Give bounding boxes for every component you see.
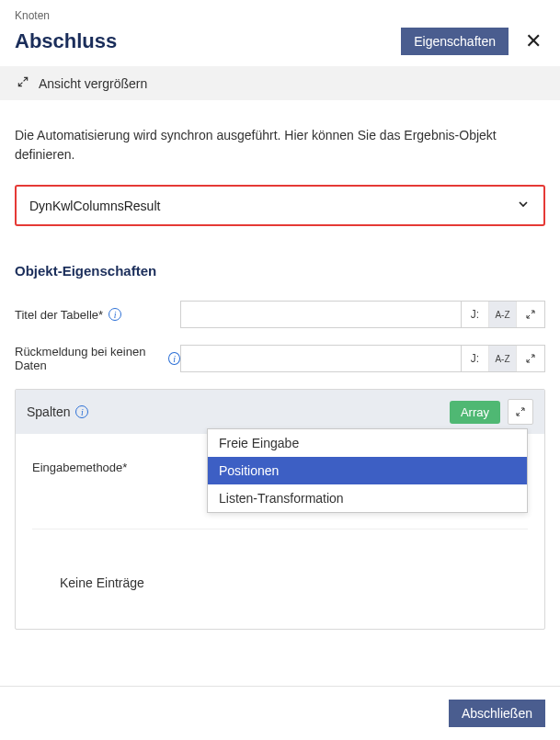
columns-body: Eingabemethode* Positionen Freie Eingabe… [16, 434, 544, 629]
table-title-label: Titel der Tabelle* i [15, 308, 180, 322]
finish-button[interactable]: Abschließen [449, 700, 545, 727]
no-data-feedback-input[interactable] [180, 345, 462, 372]
input-method-label: Eingabemethode* [32, 461, 207, 474]
columns-header: Spalten i Array [16, 390, 544, 434]
result-object-value: DynKwlColumnsResult [29, 199, 160, 213]
array-badge[interactable]: Array [450, 401, 500, 424]
expand-field-icon[interactable] [517, 346, 544, 371]
page-title: Abschluss [15, 29, 117, 53]
info-icon[interactable]: i [75, 405, 88, 418]
expand-view-bar[interactable]: Ansicht vergrößern [0, 66, 560, 100]
content: Die Automatisierung wird synchron ausgef… [0, 100, 560, 644]
description-text: Die Automatisierung wird synchron ausgef… [15, 126, 545, 165]
az-toggle[interactable]: A-Z [489, 302, 517, 327]
header: Knoten Abschluss Eigenschaften ✕ [0, 0, 560, 66]
title-row: Abschluss Eigenschaften ✕ [15, 28, 545, 55]
az-toggle[interactable]: A-Z [489, 346, 517, 371]
dropdown-option-positions[interactable]: Positionen [208, 457, 527, 484]
no-data-feedback-row: Rückmeldung bei keinen Daten i J: A-Z [15, 345, 545, 372]
breadcrumb: Knoten [15, 9, 545, 22]
expand-columns-icon[interactable] [508, 399, 533, 425]
columns-panel: Spalten i Array Eingabemethode* Position… [15, 389, 545, 630]
dropdown-option-list-transform[interactable]: Listen-Transformation [208, 484, 527, 512]
info-icon[interactable]: i [109, 308, 121, 321]
j-toggle[interactable]: J: [462, 346, 489, 371]
close-icon[interactable]: ✕ [521, 29, 545, 53]
expand-view-label: Ansicht vergrößern [39, 76, 147, 91]
columns-header-label: Spalten [27, 404, 70, 419]
input-method-dropdown: Freie Eingabe Positionen Listen-Transfor… [207, 428, 528, 513]
expand-icon [17, 75, 29, 91]
result-object-select[interactable]: DynKwlColumnsResult [15, 185, 545, 226]
no-entries-text: Keine Einträge [32, 529, 528, 601]
footer: Abschließen [0, 686, 560, 740]
properties-button[interactable]: Eigenschaften [401, 28, 509, 55]
chevron-down-icon [516, 197, 531, 214]
table-title-row: Titel der Tabelle* i J: A-Z [15, 301, 545, 328]
info-icon[interactable]: i [168, 352, 180, 365]
j-toggle[interactable]: J: [462, 302, 489, 327]
expand-field-icon[interactable] [517, 302, 544, 327]
section-title: Objekt-Eigenschaften [15, 263, 545, 279]
table-title-input[interactable] [180, 301, 462, 328]
no-data-feedback-label: Rückmeldung bei keinen Daten i [15, 345, 180, 372]
dropdown-option-free-input[interactable]: Freie Eingabe [208, 429, 527, 457]
